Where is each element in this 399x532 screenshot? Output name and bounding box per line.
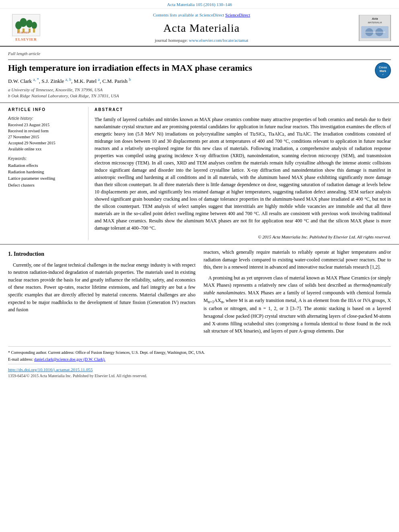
journal-reference: Acta Materialia 105 (2016) 130–146 bbox=[0, 0, 399, 9]
article-info-column: ARTICLE INFO Article history: Received 2… bbox=[8, 107, 88, 240]
introduction-two-col: 1. Introduction Currently, one of the la… bbox=[8, 249, 391, 338]
elsevier-tree-logo: ELSEVIER bbox=[12, 14, 40, 36]
article-header: Full length article High temperature ion… bbox=[0, 47, 399, 103]
svg-text:ELSEVIER: ELSEVIER bbox=[17, 31, 29, 33]
issn-text: 1359-6454/© 2015 Acta Materialia Inc. Pu… bbox=[8, 373, 391, 379]
article-info-heading: ARTICLE INFO bbox=[8, 107, 83, 113]
intro-section-title: 1. Introduction bbox=[8, 250, 195, 258]
keyword-3: Lattice parameter swelling bbox=[8, 175, 83, 181]
accepted-date: Accepted 29 November 2015 bbox=[8, 140, 83, 146]
svg-point-4 bbox=[31, 22, 37, 29]
copyright-line: © 2015 Acta Materialia Inc. Published by… bbox=[95, 234, 391, 240]
abstract-heading: ABSTRACT bbox=[95, 107, 391, 113]
intro-right-col: reactors, which generally require materi… bbox=[204, 249, 391, 338]
sciencedirect-link[interactable]: Contents lists available at ScienceDirec… bbox=[44, 12, 359, 18]
body-content: 1. Introduction Currently, one of the la… bbox=[0, 244, 399, 342]
elsevier-tree-svg: ELSEVIER bbox=[15, 16, 37, 33]
svg-point-2 bbox=[20, 18, 27, 27]
history-label: Article history: bbox=[8, 116, 83, 121]
section-number: 1. bbox=[8, 251, 12, 257]
abstract-text: The family of layered carbides and nitri… bbox=[95, 116, 391, 232]
affiliation-b: b Oak Ridge National Laboratory, Oak Rid… bbox=[8, 93, 391, 99]
article-title: High temperature ion irradiation effects… bbox=[8, 62, 391, 74]
intro-para-2: reactors, which generally require materi… bbox=[204, 249, 391, 271]
email-link[interactable]: daniel.clark@science.doe.gov (D.W. Clark… bbox=[34, 357, 105, 362]
sciencedirect-link-text[interactable]: ScienceDirect bbox=[225, 12, 250, 17]
svg-text:MATERIALIA: MATERIALIA bbox=[368, 21, 382, 24]
homepage-text: Contents lists available at ScienceDirec… bbox=[153, 12, 224, 17]
svg-text:Mark: Mark bbox=[380, 70, 386, 72]
doi-line: http://dx.doi.org/10.1016/j.actamat.2015… bbox=[8, 366, 391, 373]
svg-rect-7 bbox=[33, 29, 35, 33]
svg-text:Acta: Acta bbox=[371, 17, 378, 20]
homepage-label: journal homepage: bbox=[155, 38, 188, 43]
keywords-label: Keywords: bbox=[8, 156, 83, 162]
article-type-label: Full length article bbox=[8, 51, 391, 57]
acta-cover-image: Acta MATERIALIA bbox=[359, 15, 391, 41]
doi-link[interactable]: http://dx.doi.org/10.1016/j.actamat.2015… bbox=[8, 367, 93, 372]
svg-text:Cross: Cross bbox=[379, 66, 387, 69]
authors-line: D.W. Clark a, *, S.J. Zinkle a, b, M.K. … bbox=[8, 77, 391, 85]
journal-ref-text: Acta Materialia 105 (2016) 130–146 bbox=[167, 2, 232, 7]
journal-url[interactable]: www.elsevier.com/locate/actamat bbox=[189, 38, 249, 43]
abstract-column: ABSTRACT The family of layered carbides … bbox=[95, 107, 391, 240]
keywords-section: Keywords: Radiation effects Radiation ha… bbox=[8, 156, 83, 189]
cover-svg: Acta MATERIALIA bbox=[359, 15, 391, 41]
available-date: Available online xxx bbox=[8, 146, 83, 152]
elsevier-text: ELSEVIER bbox=[15, 37, 37, 42]
email-line: E-mail address: daniel.clark@science.doe… bbox=[8, 357, 391, 362]
elsevier-logo: ELSEVIER ELSEVIER bbox=[8, 14, 44, 42]
received-revised-label: Received in revised form bbox=[8, 128, 83, 134]
intro-left-col: 1. Introduction Currently, one of the la… bbox=[8, 249, 195, 338]
section-title-text: Introduction bbox=[14, 251, 44, 257]
crossmark-logo: Cross Mark ✓ bbox=[375, 62, 391, 78]
affiliation-a: a University of Tennessee, Knoxville, TN… bbox=[8, 87, 391, 93]
intro-para-3: A promising but as yet unproven class of… bbox=[204, 274, 391, 335]
title-separator bbox=[8, 60, 391, 60]
journal-homepage-line: journal homepage: www.elsevier.com/locat… bbox=[44, 37, 359, 43]
article-info-abstract-section: ARTICLE INFO Article history: Received 2… bbox=[0, 103, 399, 244]
keyword-1: Radiation effects bbox=[8, 162, 83, 168]
affiliations: a University of Tennessee, Knoxville, TN… bbox=[8, 87, 391, 99]
received-revised-date: 27 November 2015 bbox=[8, 134, 83, 140]
journal-header-center: Contents lists available at ScienceDirec… bbox=[44, 12, 359, 43]
email-label: E-mail address: bbox=[8, 357, 33, 362]
received-date: Received 23 August 2015 bbox=[8, 122, 83, 128]
crossmark-container: Cross Mark ✓ bbox=[375, 62, 391, 78]
corresponding-author-note: * Corresponding author. Current address:… bbox=[8, 350, 391, 355]
keyword-4: Defect clusters bbox=[8, 182, 83, 188]
keyword-2: Radiation hardening bbox=[8, 169, 83, 175]
intro-para-1: Currently, one of the largest technical … bbox=[8, 261, 195, 314]
journal-title: Acta Materialia bbox=[44, 20, 359, 36]
journal-header: ELSEVIER ELSEVIER Contents lists availab… bbox=[0, 9, 399, 47]
footer-divider bbox=[8, 364, 391, 364]
footer-section: * Corresponding author. Current address:… bbox=[8, 346, 391, 379]
svg-text:✓: ✓ bbox=[382, 73, 384, 76]
